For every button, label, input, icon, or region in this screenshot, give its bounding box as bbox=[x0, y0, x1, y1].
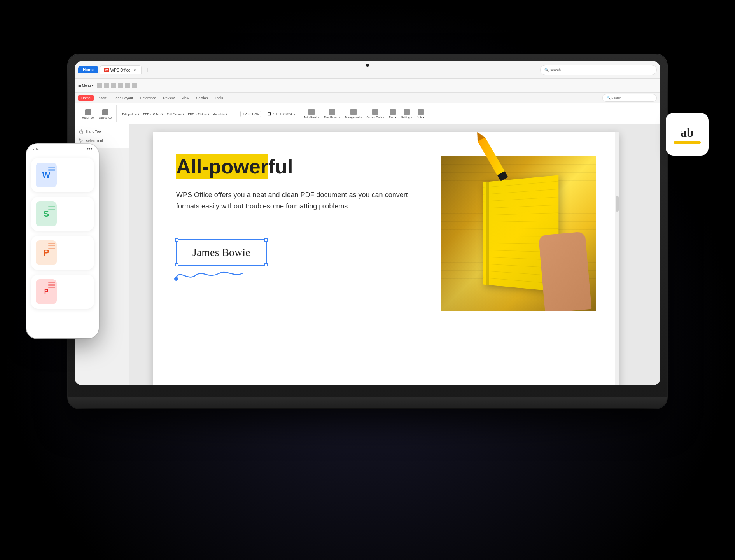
wps-icon: W bbox=[104, 68, 109, 72]
pdf-app-icon: P bbox=[36, 279, 57, 304]
sheet-doc-lines bbox=[48, 205, 55, 210]
open-icon[interactable] bbox=[104, 83, 109, 88]
phone-signal: ●●● bbox=[87, 147, 93, 150]
tab-view[interactable]: View bbox=[178, 95, 192, 101]
phone-status-bar: 9:41 ●●● bbox=[26, 144, 99, 153]
main-toolbar: ☰ Menu ▾ bbox=[75, 79, 660, 93]
menu-arrow: ▾ bbox=[92, 84, 94, 88]
ribbon-tabs: Home Insert Page Layout Reference Review… bbox=[75, 93, 660, 103]
next-page-btn[interactable]: › bbox=[294, 112, 295, 116]
ribbon-pdf-group: Edit picture ▾ PDF to Office ▾ Edit Pict… bbox=[119, 105, 231, 122]
read-mode-icon bbox=[329, 109, 335, 115]
read-mode-label: Read Mode ▾ bbox=[324, 116, 340, 119]
undo-icon[interactable] bbox=[118, 83, 123, 88]
zoom-minus-btn[interactable]: − bbox=[236, 111, 239, 117]
read-mode-btn[interactable]: Read Mode ▾ bbox=[322, 108, 342, 120]
laptop-screen-bezel: Home W WPS Office × + 🔍 Search bbox=[75, 61, 660, 385]
pdf-to-office-btn[interactable]: PDF to Office ▾ bbox=[142, 112, 164, 117]
tab-tools[interactable]: Tools bbox=[212, 95, 226, 101]
auto-scroll-label: Auto Scroll ▾ bbox=[304, 116, 319, 119]
find-icon bbox=[390, 109, 396, 115]
more-icon[interactable] bbox=[132, 83, 137, 88]
select-tool-label: Select Tool bbox=[86, 139, 103, 143]
laptop-camera bbox=[366, 64, 369, 67]
print-icon[interactable] bbox=[111, 83, 116, 88]
edit-picture2-btn[interactable]: Edit Picture ▾ bbox=[166, 112, 185, 117]
tab-page-layout[interactable]: Page Layout bbox=[110, 95, 136, 101]
menu-label[interactable]: Menu bbox=[82, 84, 91, 88]
background-btn[interactable]: Background ▾ bbox=[343, 108, 363, 120]
setting-btn[interactable]: Setting ▾ bbox=[400, 108, 414, 120]
word-app-card[interactable]: W bbox=[31, 158, 94, 192]
present-app-icon: P bbox=[36, 240, 57, 265]
laptop-base bbox=[68, 397, 667, 408]
screen-grab-label: Screen Grab ▾ bbox=[367, 116, 385, 119]
auto-scroll-icon bbox=[308, 109, 315, 115]
browser-search-bar[interactable]: 🔍 Search bbox=[540, 65, 657, 75]
tab-reference[interactable]: Reference bbox=[137, 95, 159, 101]
tab-home[interactable]: Home bbox=[78, 66, 98, 74]
pdf-doc-lines bbox=[48, 282, 55, 288]
scene: Home W WPS Office × + 🔍 Search bbox=[0, 0, 735, 560]
setting-icon bbox=[404, 109, 410, 115]
ab-underline bbox=[674, 141, 701, 144]
toolbar-icons bbox=[97, 83, 137, 88]
tab-review[interactable]: Review bbox=[160, 95, 178, 101]
page-display: 1210/1324 bbox=[275, 112, 292, 116]
annotate-btn[interactable]: Annotate ▾ bbox=[212, 112, 228, 117]
pdf-image bbox=[441, 156, 596, 311]
sheet-app-card[interactable]: S bbox=[31, 197, 94, 231]
phone-time: 9:41 bbox=[33, 147, 39, 150]
note-icon bbox=[418, 109, 424, 115]
redo-icon[interactable] bbox=[125, 83, 130, 88]
tab-close-button[interactable]: × bbox=[132, 67, 137, 73]
hand-tool-item[interactable]: Hand Tool bbox=[75, 127, 129, 136]
sheet-app-icon: S bbox=[36, 201, 57, 226]
hand-tool-icon bbox=[78, 129, 84, 134]
hamburger-icon: ☰ bbox=[78, 84, 81, 88]
new-tab-button[interactable]: + bbox=[143, 65, 152, 75]
save-icon[interactable] bbox=[97, 83, 102, 88]
word-app-icon: W bbox=[36, 163, 57, 187]
ab-text: ab bbox=[681, 125, 694, 140]
tab-section[interactable]: Section bbox=[193, 95, 211, 101]
tab-bar: Home W WPS Office × + bbox=[78, 65, 538, 75]
tab-wps[interactable]: W WPS Office × bbox=[100, 65, 142, 74]
hand-tool-label: Hand Tool bbox=[86, 130, 102, 133]
find-label: Find ▾ bbox=[389, 116, 397, 119]
mobile-phone: 9:41 ●●● W S bbox=[26, 144, 99, 338]
zoom-display: 1250.12% bbox=[240, 111, 262, 117]
ribbon-tool-group: Hand Tool Select Tool bbox=[78, 105, 117, 122]
vertical-scrollbar[interactable] bbox=[615, 132, 620, 385]
auto-scroll-btn[interactable]: Auto Scroll ▾ bbox=[302, 108, 321, 120]
laptop-body: Home W WPS Office × + 🔍 Search bbox=[68, 54, 667, 408]
tab-home[interactable]: Home bbox=[78, 95, 94, 101]
select-tool-btn[interactable]: Select Tool bbox=[97, 108, 114, 120]
background-label: Background ▾ bbox=[345, 116, 362, 119]
pdf-app-card[interactable]: P bbox=[31, 275, 94, 309]
note-btn[interactable]: Note ▾ bbox=[415, 108, 427, 120]
pdf-to-picture-btn[interactable]: PDF to Picture ▾ bbox=[187, 112, 211, 117]
handle-tl[interactable] bbox=[175, 238, 178, 242]
laptop: Home W WPS Office × + 🔍 Search bbox=[68, 54, 667, 436]
handle-br[interactable] bbox=[264, 263, 268, 266]
handle-tr[interactable] bbox=[264, 238, 268, 242]
background-icon bbox=[350, 109, 357, 115]
hand-tool-btn[interactable]: Hand Tool bbox=[80, 108, 96, 120]
edit-picture-btn[interactable]: Edit picture ▾ bbox=[121, 112, 141, 117]
ribbon-search[interactable]: 🔍 Search bbox=[602, 94, 657, 102]
screen-grab-btn[interactable]: Screen Grab ▾ bbox=[365, 108, 386, 120]
tab-insert[interactable]: Insert bbox=[94, 95, 110, 101]
ribbon-content: Hand Tool Select Tool Edit picture ▾ bbox=[75, 103, 660, 124]
find-btn[interactable]: Find ▾ bbox=[387, 108, 398, 120]
signature-container: James Bowie bbox=[176, 235, 267, 266]
hand-tool-icon bbox=[85, 109, 91, 116]
prev-page-btn[interactable]: ‹ bbox=[273, 112, 274, 116]
scrollbar-thumb[interactable] bbox=[616, 196, 619, 212]
zoom-icon[interactable]: ⊞ bbox=[267, 111, 271, 117]
screen-grab-icon bbox=[372, 109, 378, 115]
main-content: All-powerful WPS Office offers you a nea… bbox=[130, 124, 660, 385]
present-app-card[interactable]: P bbox=[31, 236, 94, 270]
zoom-plus-btn[interactable]: + bbox=[263, 111, 266, 117]
hand-visual bbox=[539, 231, 592, 311]
